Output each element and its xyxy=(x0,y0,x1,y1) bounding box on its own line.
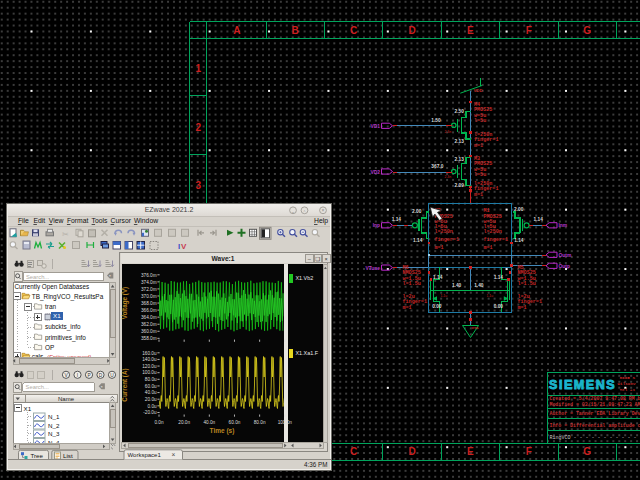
svg-text:V: V xyxy=(181,242,187,251)
svg-text:tran: tran xyxy=(45,303,56,310)
svg-text:368.0m: 368.0m xyxy=(141,301,157,306)
svg-text:Modified = 03/15/21 09:47:23 A: Modified = 03/15/21 09:47:23 AM xyxy=(550,402,640,407)
svg-text:1.1u: 1.1u xyxy=(441,294,448,298)
svg-text:364.0m: 364.0m xyxy=(141,315,157,320)
svg-text:F: F xyxy=(526,446,532,457)
svg-text:List: List xyxy=(63,452,73,459)
svg-text:Outp: Outp xyxy=(559,264,570,269)
svg-text:1.14: 1.14 xyxy=(534,217,544,222)
svg-text:l=250n: l=250n xyxy=(435,229,453,235)
svg-text:1.14: 1.14 xyxy=(494,275,504,280)
svg-text:100.0u: 100.0u xyxy=(142,370,157,375)
svg-text:1: 1 xyxy=(195,63,201,74)
svg-text:B: B xyxy=(292,25,299,36)
svg-text:N_2: N_2 xyxy=(48,422,60,429)
svg-text:3: 3 xyxy=(195,180,201,191)
svg-text:E: E xyxy=(467,25,474,36)
svg-text:60.0u: 60.0u xyxy=(145,384,157,389)
svg-text:-20.0u: -20.0u xyxy=(143,410,157,415)
svg-text:Info = Differential amplitude: Info = Differential amplitude c xyxy=(550,423,640,428)
svg-text:20.0u: 20.0u xyxy=(145,397,157,402)
svg-text:primitives_info: primitives_info xyxy=(45,334,86,342)
svg-text:Search...: Search... xyxy=(26,274,50,280)
svg-text:Inp: Inp xyxy=(373,223,380,228)
svg-text:C: C xyxy=(350,25,357,36)
svg-text:376.0m: 376.0m xyxy=(141,273,157,278)
svg-text:m=1: m=1 xyxy=(435,245,444,251)
svg-text:I: I xyxy=(178,242,180,251)
svg-text:Inm: Inm xyxy=(559,223,568,228)
svg-text:2.13: 2.13 xyxy=(455,139,465,144)
svg-text:1.40: 1.40 xyxy=(474,283,484,288)
svg-text:100.0n: 100.0n xyxy=(278,420,293,425)
svg-text:362.0m: 362.0m xyxy=(141,322,157,327)
svg-text:l=1.5u: l=1.5u xyxy=(518,281,536,287)
svg-text:❏: ❏ xyxy=(315,256,320,262)
svg-text:1.40: 1.40 xyxy=(452,283,462,288)
svg-text:370.0m: 370.0m xyxy=(141,294,157,299)
svg-text:4:36 PM: 4:36 PM xyxy=(304,461,327,468)
svg-text:Tools: Tools xyxy=(92,217,108,224)
svg-text:U: U xyxy=(110,373,114,378)
svg-text:2.3n: 2.3n xyxy=(445,130,452,134)
svg-text:m=1: m=1 xyxy=(403,305,412,311)
svg-text:OP: OP xyxy=(45,344,54,351)
svg-text:2: 2 xyxy=(195,122,201,133)
svg-text:Created = 5/4/2007 9:47:08 PM: Created = 5/4/2007 9:47:08 PM b xyxy=(550,396,640,401)
svg-text:Workspace1: Workspace1 xyxy=(128,452,162,458)
svg-text:366.0m: 366.0m xyxy=(141,308,157,313)
svg-text:Current (A): Current (A) xyxy=(121,368,129,401)
svg-text:RingVCO - - - - - - - - - - -: RingVCO - - - - - - - - - - - xyxy=(550,435,637,441)
svg-text:l=1.5u: l=1.5u xyxy=(403,281,421,287)
svg-text:finger=1: finger=1 xyxy=(435,237,459,243)
svg-text:1.14: 1.14 xyxy=(433,275,443,280)
svg-text:X1: X1 xyxy=(24,405,32,412)
svg-text:0.0n: 0.0n xyxy=(154,420,164,425)
svg-text:2.50: 2.50 xyxy=(455,109,465,114)
svg-text:Wave:1: Wave:1 xyxy=(212,255,235,262)
svg-text:A: A xyxy=(233,25,240,36)
svg-text:2.00: 2.00 xyxy=(514,207,524,212)
svg-text:Tree: Tree xyxy=(31,452,44,459)
svg-text:I: I xyxy=(77,373,78,378)
svg-text:G: G xyxy=(583,25,591,36)
svg-text:2.09: 2.09 xyxy=(455,183,465,188)
svg-text:Window: Window xyxy=(134,217,158,224)
svg-text:D: D xyxy=(408,446,415,457)
svg-text:1.14: 1.14 xyxy=(413,238,423,243)
svg-text:VD2: VD2 xyxy=(370,170,380,175)
svg-text:D: D xyxy=(99,373,103,378)
svg-text:Author = Tanner EDA Library De: Author = Tanner EDA Library Dev xyxy=(550,411,640,416)
svg-text:F: F xyxy=(526,25,532,36)
svg-text:VDD: VDD xyxy=(474,88,483,93)
svg-text:Time (s): Time (s) xyxy=(210,427,235,435)
svg-text:VD1: VD1 xyxy=(370,124,380,129)
svg-text:m=1: m=1 xyxy=(474,192,483,198)
svg-text:Voltage (V): Voltage (V) xyxy=(121,287,129,319)
svg-text:l=5u: l=5u xyxy=(474,172,486,178)
svg-text:×: × xyxy=(325,256,328,262)
svg-text:20.0n: 20.0n xyxy=(178,420,190,425)
svg-text:×: × xyxy=(172,451,176,458)
svg-text:0.00: 0.00 xyxy=(432,304,442,309)
svg-text:⌃: ⌃ xyxy=(303,210,307,215)
svg-text:80.0u: 80.0u xyxy=(145,377,157,382)
svg-text:140.0u: 140.0u xyxy=(142,357,157,362)
svg-text:374.0m: 374.0m xyxy=(141,280,157,285)
svg-text:80.0n: 80.0n xyxy=(254,420,266,425)
svg-text:Cursor: Cursor xyxy=(111,217,132,224)
svg-text:Tel +1: Tel +1 xyxy=(620,387,636,392)
svg-text:358.0m: 358.0m xyxy=(141,336,157,341)
svg-text:subckts_info: subckts_info xyxy=(45,323,81,331)
svg-text:Wilsonv: Wilsonv xyxy=(618,381,636,386)
svg-text:l=250n: l=250n xyxy=(484,229,502,235)
svg-text:1.14: 1.14 xyxy=(392,217,402,222)
svg-text:⌄: ⌄ xyxy=(291,209,295,214)
svg-text:X1.Vb2: X1.Vb2 xyxy=(296,275,314,281)
svg-text:Name: Name xyxy=(58,396,75,402)
svg-text:360.0m: 360.0m xyxy=(141,329,157,334)
svg-text:N_1: N_1 xyxy=(48,413,60,420)
svg-text:X1.Xa1.F: X1.Xa1.F xyxy=(296,350,319,356)
svg-text:×: × xyxy=(322,207,325,213)
svg-text:SIEMENS: SIEMENS xyxy=(549,378,616,392)
